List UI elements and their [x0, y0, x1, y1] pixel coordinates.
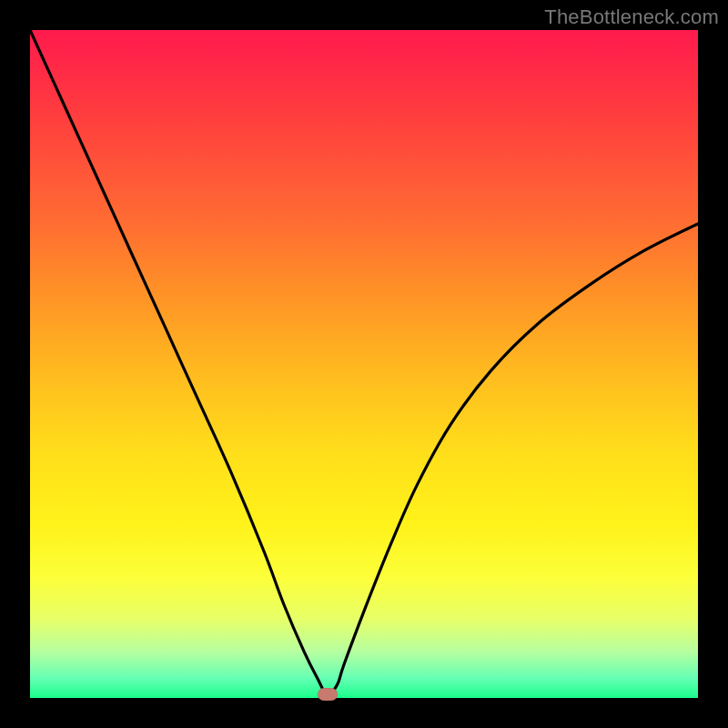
curve-path [30, 30, 698, 695]
plot-area [30, 30, 698, 698]
chart-frame: TheBottleneck.com [0, 0, 728, 728]
optimal-point-marker [318, 688, 338, 701]
bottleneck-curve [30, 30, 698, 698]
watermark-text: TheBottleneck.com [544, 5, 719, 29]
